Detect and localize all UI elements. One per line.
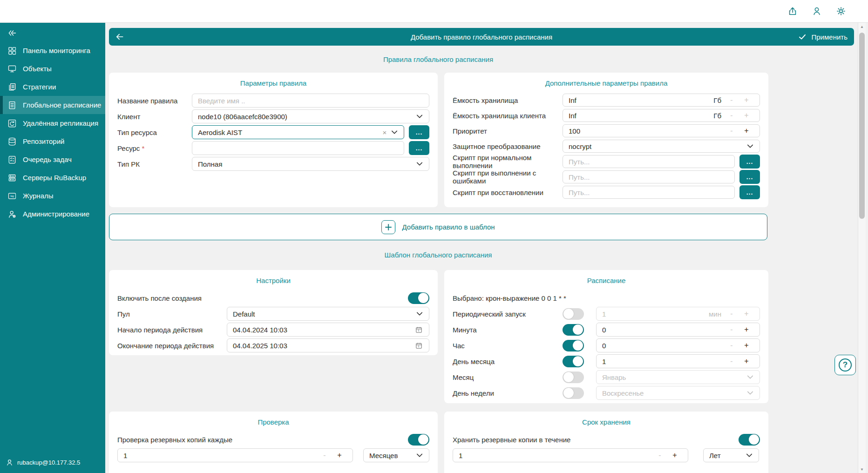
export-icon[interactable] — [787, 6, 798, 17]
script-restore-input[interactable]: Путь... — [563, 186, 735, 199]
sidebar-item-task-queue[interactable]: Очередь задач — [0, 150, 105, 169]
priority-label: Приоритет — [453, 127, 563, 135]
minus-stepper[interactable]: - — [724, 341, 739, 350]
apply-button[interactable]: Применить — [798, 28, 848, 46]
plus-stepper[interactable]: + — [739, 96, 754, 104]
period-end-input[interactable]: 04.04.2025 10:03 6 — [227, 338, 429, 352]
hour-input[interactable]: 0 - + — [596, 338, 760, 352]
plus-stepper[interactable]: + — [739, 127, 754, 135]
rule-name-input[interactable]: Введите имя .. — [192, 94, 429, 108]
priority-input[interactable]: 100 - + — [563, 124, 760, 137]
plus-stepper[interactable]: + — [739, 325, 754, 334]
pool-select[interactable]: Default — [227, 307, 429, 321]
period-start-value: 04.04.2024 10:03 — [233, 326, 414, 334]
week-day-select[interactable]: Воскресенье — [596, 386, 760, 400]
minus-stepper[interactable]: - — [724, 310, 739, 318]
period-start-label: Начало периода действия — [117, 326, 227, 334]
scroll-up-arrow[interactable]: ▲ — [858, 23, 866, 30]
add-rule-to-template-button[interactable]: Добавить правило в шаблон — [109, 214, 767, 240]
verification-unit-value: Месяцев — [369, 452, 416, 459]
resource-type-more-button[interactable]: ... — [409, 125, 429, 139]
vertical-scrollbar[interactable]: ▲ ▼ — [858, 23, 866, 473]
main-content: Добавить правило глобального расписания … — [105, 23, 868, 473]
enable-after-toggle[interactable] — [408, 292, 429, 304]
month-day-label: День месяца — [453, 358, 563, 365]
minus-stepper[interactable]: - — [724, 127, 739, 135]
scroll-down-arrow[interactable]: ▼ — [858, 466, 866, 473]
help-button[interactable]: ? — [834, 355, 856, 375]
retention-toggle[interactable] — [739, 434, 760, 446]
script-ok-input[interactable]: Путь... — [563, 155, 735, 168]
svg-text:6: 6 — [418, 330, 419, 332]
client-capacity-input[interactable]: Inf Гб - + — [563, 109, 760, 122]
script-ok-more-button[interactable]: ... — [739, 155, 760, 169]
plus-stepper[interactable]: + — [739, 341, 754, 350]
sidebar-item-global-schedule[interactable]: Глобальное расписание — [0, 96, 105, 114]
collapse-sidebar-icon[interactable] — [0, 25, 105, 41]
sidebar-item-administration[interactable]: Администрирование — [0, 205, 105, 223]
verification-interval-input[interactable]: 1 - + — [117, 448, 353, 462]
sidebar-item-strategies[interactable]: Стратегии — [0, 78, 105, 96]
resource-more-button[interactable]: ... — [409, 141, 429, 155]
client-capacity-row: Ёмкость хранилища клиента Inf Гб - + — [453, 109, 760, 122]
period-start-input[interactable]: 04.04.2024 10:03 6 — [227, 323, 429, 337]
hour-toggle[interactable] — [563, 340, 584, 351]
capacity-input[interactable]: Inf Гб - + — [563, 94, 760, 107]
scrollbar-thumb[interactable] — [859, 33, 865, 219]
gear-icon[interactable] — [835, 6, 847, 17]
sidebar-item-servers[interactable]: Серверы RuBackup — [0, 169, 105, 187]
plus-stepper[interactable]: + — [332, 451, 347, 459]
plus-stepper[interactable]: + — [667, 451, 682, 459]
calendar-icon[interactable]: 6 — [414, 342, 423, 350]
verification-toggle[interactable] — [408, 434, 429, 446]
resource-input[interactable] — [192, 141, 404, 155]
script-err-label: Скрипт при выполнении с ошибками — [453, 169, 563, 185]
periodic-toggle[interactable] — [563, 308, 584, 320]
retention-interval-value: 1 — [459, 452, 652, 459]
sidebar-item-remote-replication[interactable]: Удалённая репликация — [0, 114, 105, 132]
minus-stepper[interactable]: - — [724, 325, 739, 334]
sidebar-item-dashboard[interactable]: Панель мониторинга — [0, 41, 105, 60]
verification-unit-select[interactable]: Месяцев — [363, 448, 429, 462]
resource-type-combobox[interactable]: Aerodisk AIST × — [192, 125, 404, 139]
retention-unit-select[interactable]: Лет — [703, 448, 759, 462]
plus-stepper[interactable]: + — [739, 357, 754, 365]
crypto-select[interactable]: nocrypt — [563, 140, 760, 153]
chevron-down-icon — [746, 453, 753, 458]
sidebar-item-repository[interactable]: Репозиторий — [0, 132, 105, 150]
sidebar-item-objects[interactable]: Объекты — [0, 60, 105, 78]
minus-stepper[interactable]: - — [724, 357, 739, 365]
back-button[interactable] — [109, 28, 130, 46]
cron-selected-row: Выбрано: крон-выражение 0 0 1 * * — [453, 291, 760, 305]
month-toggle[interactable] — [563, 372, 584, 383]
user-icon[interactable] — [811, 6, 822, 17]
sidebar-item-logs[interactable]: log Журналы — [0, 187, 105, 205]
calendar-icon[interactable]: 6 — [414, 326, 423, 334]
servers-icon — [7, 173, 17, 183]
settings-title: Настройки — [117, 270, 429, 291]
script-err-input[interactable]: Путь... — [563, 170, 735, 183]
script-err-more-button[interactable]: ... — [739, 170, 760, 184]
script-restore-placeholder: Путь... — [569, 189, 729, 196]
minus-stepper[interactable]: - — [317, 451, 332, 459]
month-day-toggle[interactable] — [563, 356, 584, 367]
minus-stepper[interactable]: - — [724, 111, 739, 120]
backup-type-select[interactable]: Полная — [192, 157, 429, 171]
month-day-input[interactable]: 1 - + — [596, 354, 760, 368]
retention-interval-input[interactable]: 1 - + — [453, 448, 688, 462]
week-day-label: День недели — [453, 389, 563, 397]
plus-stepper[interactable]: + — [739, 111, 754, 120]
month-select[interactable]: Январь — [596, 370, 760, 384]
clear-icon[interactable]: × — [379, 128, 391, 136]
minus-stepper[interactable]: - — [652, 451, 667, 459]
minute-toggle[interactable] — [563, 324, 584, 336]
minus-stepper[interactable]: - — [724, 96, 739, 104]
client-select[interactable]: node10 (806aacefc80e3900) — [192, 109, 429, 123]
periodic-input[interactable]: 1 мин - + — [596, 307, 760, 321]
minute-input[interactable]: 0 - + — [596, 323, 760, 337]
plus-stepper[interactable]: + — [739, 310, 754, 318]
script-restore-more-button[interactable]: ... — [739, 185, 760, 199]
backup-type-row: Тип РК Полная — [117, 157, 429, 171]
arrow-left-icon — [115, 32, 125, 41]
week-day-toggle[interactable] — [563, 387, 584, 399]
